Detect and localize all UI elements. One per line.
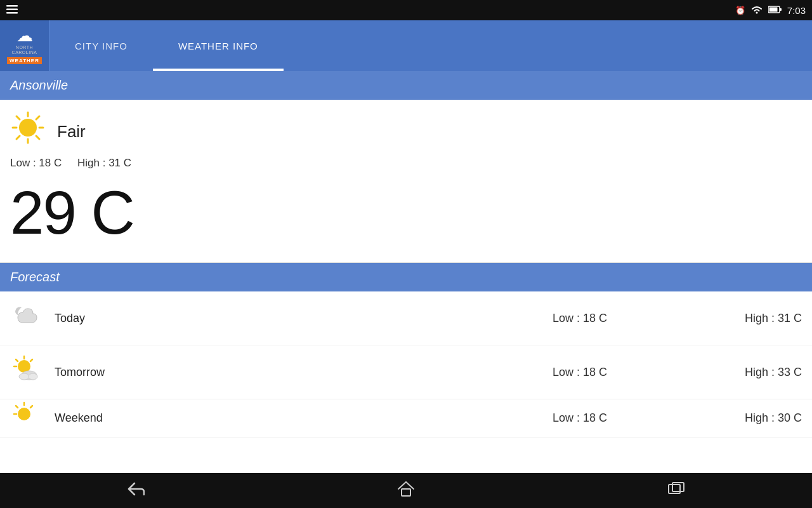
cloud-icon: ☁ [16, 27, 33, 44]
high-value: 31 [108, 157, 121, 169]
current-weather-section: Fair Low : 18 C High : 31 C 29 C [0, 100, 812, 263]
app-logo: ☁ NORTHCAROLINA WEATHER [0, 20, 49, 71]
forecast-title: Forecast [10, 270, 60, 284]
forecast-high-tomorrow: High : 33 C [675, 366, 802, 379]
city-name: Ansonville [10, 78, 68, 93]
svg-point-3 [756, 11, 757, 13]
forecast-day-today: Today [55, 312, 485, 325]
svg-rect-5 [769, 7, 777, 11]
svg-point-7 [19, 119, 37, 137]
current-weather-icon [10, 110, 48, 153]
forecast-icon-weekend [10, 400, 55, 437]
weather-condition-row: Fair [10, 110, 802, 153]
forecast-list: Today Low : 18 C High : 31 C Tomorrow [0, 291, 812, 438]
temp-value: 29 [10, 178, 75, 246]
high-unit: C [121, 157, 131, 169]
svg-line-19 [16, 359, 18, 361]
low-label-tomorrow: Low : [553, 366, 583, 378]
battery-icon [768, 6, 782, 15]
high-label-tomorrow: High : [745, 366, 778, 378]
weather-badge: WEATHER [7, 57, 42, 64]
recents-button[interactable] [642, 477, 710, 505]
low-unit: C [51, 157, 62, 169]
svg-point-23 [29, 373, 37, 380]
forecast-low-weekend: Low : 18 C [485, 411, 675, 425]
high-label-today: High : [745, 312, 778, 324]
forecast-icon-tomorrow [10, 354, 55, 391]
svg-line-27 [16, 406, 18, 408]
tab-active-indicator [153, 69, 284, 71]
forecast-high-weekend: High : 30 C [675, 411, 802, 425]
forecast-low-today: Low : 18 C [485, 312, 675, 325]
app-header: ☁ NORTHCAROLINA WEATHER CITY INFO WEATHE… [0, 20, 812, 71]
forecast-high-today: High : 31 C [675, 312, 802, 325]
high-label: High : [77, 157, 108, 169]
forecast-icon-today [10, 300, 55, 337]
state-label: NORTHCAROLINA [12, 45, 37, 56]
tab-city-info[interactable]: CITY INFO [49, 20, 153, 71]
forecast-row-tomorrow: Tomorrow Low : 18 C High : 33 C [0, 345, 812, 399]
tab-bar: CITY INFO WEATHER INFO [49, 20, 812, 71]
svg-line-28 [30, 406, 32, 408]
svg-line-20 [30, 359, 32, 361]
bottom-navigation [0, 473, 812, 508]
forecast-row-weekend: Weekend Low : 18 C High : 30 C [0, 399, 812, 438]
current-temperature: 29 C [10, 176, 802, 256]
low-label-today: Low : [553, 312, 583, 324]
tab-city-info-label: CITY INFO [75, 41, 128, 51]
svg-rect-2 [6, 12, 18, 14]
menu-icon [6, 5, 18, 16]
condition-text: Fair [57, 122, 86, 142]
status-bar: ⏰ 7:03 [0, 0, 812, 20]
alarm-icon: ⏰ [735, 6, 745, 15]
svg-line-14 [36, 116, 39, 119]
tab-weather-info-label: WEATHER INFO [178, 41, 258, 51]
wifi-icon [750, 5, 763, 16]
low-label: Low : [10, 157, 39, 169]
svg-rect-0 [6, 5, 18, 7]
forecast-low-tomorrow: Low : 18 C [485, 366, 675, 379]
temp-unit-label: C [91, 178, 133, 246]
svg-rect-1 [6, 8, 18, 10]
svg-line-13 [36, 136, 39, 139]
low-label-weekend: Low : [553, 411, 583, 424]
low-value: 18 [39, 157, 51, 169]
temp-unit-spacer [75, 178, 91, 246]
forecast-day-tomorrow: Tomorrow [55, 366, 485, 379]
back-button[interactable] [102, 477, 170, 505]
city-banner: Ansonville [0, 71, 812, 100]
svg-rect-6 [780, 8, 782, 11]
svg-point-22 [19, 373, 29, 380]
svg-point-24 [18, 408, 30, 420]
forecast-day-weekend: Weekend [55, 411, 485, 425]
forecast-row-today: Today Low : 18 C High : 31 C [0, 291, 812, 345]
high-label-weekend: High : [745, 411, 778, 424]
svg-line-15 [16, 136, 20, 139]
temp-range: Low : 18 C High : 31 C [10, 157, 802, 170]
time-display: 7:03 [787, 5, 806, 16]
svg-line-12 [16, 116, 20, 119]
forecast-banner: Forecast [0, 263, 812, 291]
svg-rect-29 [402, 489, 410, 496]
home-button[interactable] [372, 476, 440, 505]
tab-weather-info[interactable]: WEATHER INFO [153, 20, 284, 71]
